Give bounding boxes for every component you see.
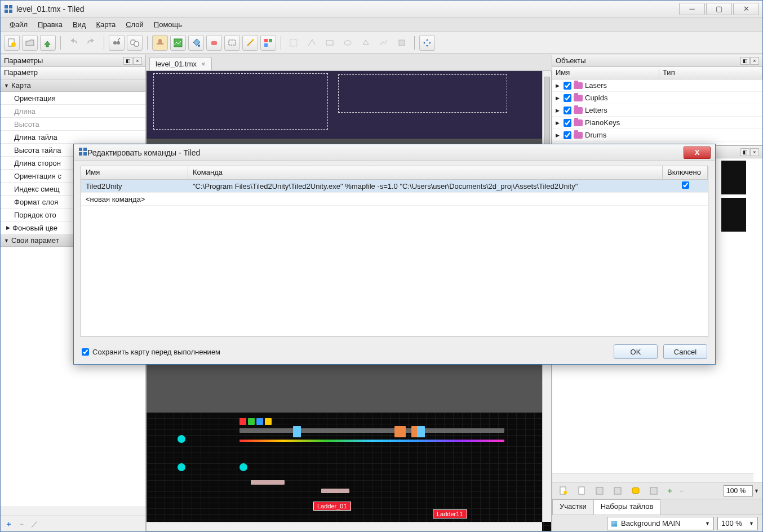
command-row-new[interactable]: <новая команда> (81, 193, 708, 206)
tileset-add-button[interactable]: ＋ (666, 486, 673, 496)
cancel-button[interactable]: Cancel (663, 344, 707, 359)
titlebar[interactable]: level_01.tmx - Tiled ─ ▢ ✕ (1, 1, 762, 17)
grid-icon: ▦ (611, 519, 618, 527)
object-row[interactable]: ▶Cupids (552, 92, 762, 104)
panel-close-button[interactable]: × (750, 57, 759, 65)
object-visible-checkbox[interactable] (564, 94, 571, 102)
menu-layer[interactable]: Слой (121, 19, 148, 30)
prop-hscroll[interactable] (1, 507, 145, 516)
svg-rect-25 (579, 487, 584, 494)
object-row[interactable]: ▶Letters (552, 104, 762, 117)
panel-close-button[interactable]: × (133, 57, 142, 65)
maximize-button[interactable]: ▢ (706, 3, 732, 15)
close-tab-icon[interactable]: × (201, 60, 206, 68)
terrain-tool-button[interactable] (170, 35, 186, 51)
object-visible-checkbox[interactable] (564, 131, 571, 139)
menu-file[interactable]: Файл (5, 19, 32, 30)
svg-rect-31 (83, 148, 87, 151)
object-row[interactable]: ▶Drums (552, 129, 762, 141)
zoom-dropdown-icon[interactable]: ▼ (754, 488, 759, 494)
wand-tool-button[interactable] (242, 35, 258, 51)
undo-button[interactable] (65, 35, 81, 51)
tileset-doc-button[interactable] (574, 483, 589, 499)
insert-tile-button[interactable] (394, 35, 410, 51)
canvas-label-ladder01[interactable]: Ladder_01 (313, 502, 351, 511)
insert-ellipse-button[interactable] (340, 35, 356, 51)
command-row[interactable]: Tiled2Unity "C:\Program Files\Tiled2Unit… (81, 180, 708, 193)
run-command-button[interactable]: ? (109, 35, 125, 51)
fill-tool-button[interactable] (188, 35, 204, 51)
tileset-props-button[interactable] (646, 483, 662, 499)
svg-rect-0 (5, 5, 8, 8)
object-visible-checkbox[interactable] (564, 82, 571, 90)
tileset-select[interactable]: ▦ Background MAIN ▼ (607, 517, 714, 530)
dialog-titlebar[interactable]: Редактировать команды - Tiled X (74, 144, 715, 161)
canvas-hscroll[interactable] (147, 522, 542, 531)
move-view-button[interactable] (419, 35, 435, 51)
menu-edit[interactable]: Правка (33, 19, 67, 30)
insert-polyline-button[interactable] (376, 35, 392, 51)
new-file-button[interactable] (4, 35, 20, 51)
random-button[interactable] (127, 35, 143, 51)
window-title: level_01.tmx - Tiled (16, 5, 678, 14)
command-enabled-checkbox[interactable] (682, 181, 689, 189)
object-row[interactable]: ▶Lasers (552, 79, 762, 92)
object-row[interactable]: ▶PianoKeys (552, 117, 762, 129)
prop-row[interactable]: Ориентация (1, 92, 145, 105)
tileset-db-button[interactable] (628, 483, 644, 499)
menu-view[interactable]: Вид (68, 19, 91, 30)
same-tile-select-button[interactable] (260, 35, 276, 51)
properties-panel-header[interactable]: Параметры ◧× (1, 55, 145, 67)
tileset-new-button[interactable] (556, 483, 571, 499)
tileset-remove-button[interactable]: － (678, 486, 685, 496)
tab-tilesets[interactable]: Наборы тайлов (593, 499, 661, 515)
panel-float-button[interactable]: ◧ (123, 57, 132, 65)
object-visible-checkbox[interactable] (564, 107, 571, 114)
menu-help[interactable]: Помощь (149, 19, 187, 30)
edit-poly-button[interactable] (304, 35, 320, 51)
ok-button[interactable]: OK (614, 344, 658, 359)
panel-float-button[interactable]: ◧ (740, 148, 749, 156)
object-visible-checkbox[interactable] (564, 119, 571, 127)
panel-float-button[interactable]: ◧ (740, 57, 749, 65)
rect-select-button[interactable] (224, 35, 240, 51)
insert-polygon-button[interactable] (358, 35, 374, 51)
prop-group-map[interactable]: ▼Карта (1, 79, 145, 92)
dialog-close-button[interactable]: X (684, 147, 711, 159)
save-button[interactable] (40, 35, 56, 51)
objects-panel-header[interactable]: Объекты ◧× (552, 55, 762, 67)
canvas-label-ladder11[interactable]: Ladder11 (433, 509, 467, 518)
dialog-col-enabled[interactable]: Включено (663, 166, 708, 179)
prop-row[interactable]: Длина (1, 105, 145, 118)
dialog-body: Имя Команда Включено Tiled2Unity "C:\Pro… (81, 166, 708, 337)
document-tab-label: level_01.tmx (156, 60, 197, 68)
insert-rect-button[interactable] (322, 35, 338, 51)
document-tab[interactable]: level_01.tmx × (149, 57, 212, 70)
menu-map[interactable]: Карта (91, 19, 120, 30)
stamp-tool-button[interactable] (152, 35, 168, 51)
tileset-import-button[interactable] (610, 483, 626, 499)
minimize-button[interactable]: ─ (679, 3, 705, 15)
objects-col-name[interactable]: Имя (552, 67, 659, 79)
panel-close-button[interactable]: × (750, 148, 759, 156)
tab-terrains[interactable]: Участки (552, 499, 594, 515)
dialog-col-name[interactable]: Имя (81, 166, 188, 179)
tileset-zoom-input[interactable] (724, 485, 753, 496)
object-select-button[interactable] (286, 35, 301, 51)
save-before-checkbox-label[interactable]: Сохранить карту перед выполнением (82, 348, 220, 356)
objects-col-type[interactable]: Тип (659, 67, 762, 79)
bg-zoom-input[interactable]: 100 % ▼ (717, 517, 758, 530)
edit-property-button[interactable]: ／ (31, 519, 38, 529)
eraser-tool-button[interactable] (206, 35, 222, 51)
save-before-checkbox[interactable] (82, 348, 89, 356)
remove-property-button[interactable]: － (18, 519, 25, 529)
tileset-hscroll[interactable] (552, 473, 753, 482)
tileset-export-button[interactable] (592, 483, 607, 499)
prop-row[interactable]: Высота (1, 118, 145, 131)
dialog-col-command[interactable]: Команда (188, 166, 663, 179)
add-property-button[interactable]: ＋ (5, 519, 12, 529)
redo-button[interactable] (83, 35, 99, 51)
prop-row[interactable]: Длина тайла (1, 131, 145, 144)
close-button[interactable]: ✕ (733, 3, 759, 15)
open-file-button[interactable] (22, 35, 38, 51)
